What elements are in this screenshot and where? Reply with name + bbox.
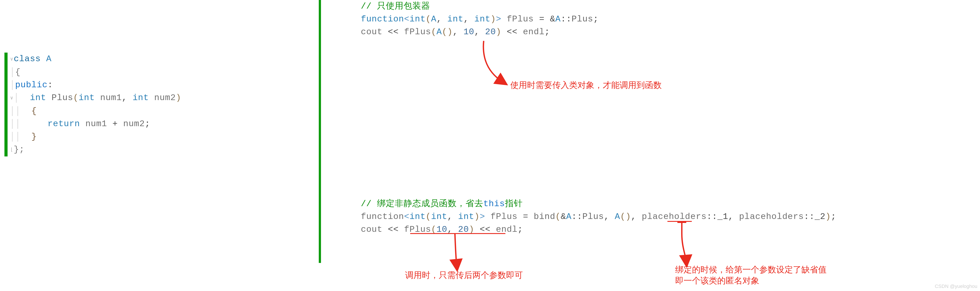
- left-green-bar: [5, 52, 8, 157]
- spacer: [361, 38, 836, 198]
- left-code-panel: ∨class A │{ │public: ∨│ int Plus(int num…: [5, 52, 181, 157]
- method-name: Plus: [52, 93, 73, 103]
- open-brace-line: │{: [10, 66, 181, 79]
- annotation-bind-default-l1: 绑定的时候，给第一个参数设定了缺省值: [675, 264, 827, 275]
- public-line: │public:: [10, 79, 181, 92]
- right-code: // 只使用包装器 function<int(A, int, int)> fPl…: [361, 0, 836, 236]
- left-code: ∨class A │{ │public: ∨│ int Plus(int num…: [8, 52, 181, 157]
- arrow-from-bind-aobj: [673, 220, 708, 265]
- fold-end-icon: ⌊: [10, 144, 14, 157]
- function-wrapper-decl: function<int(A, int, int)> fPlus = &A::P…: [361, 13, 836, 25]
- canvas: ∨class A │{ │public: ∨│ int Plus(int num…: [0, 0, 980, 291]
- arrow-from-aobj: [476, 39, 516, 92]
- cout-bind-call: cout << fPlus(10, 20) << endl;: [361, 223, 836, 236]
- class-decl-line: ∨class A: [10, 52, 181, 66]
- class-name: A: [46, 54, 51, 64]
- comment-bind-nonstatic: // 绑定非静态成员函数，省去this指针: [361, 198, 836, 210]
- annotation-pass-object: 使用时需要传入类对象，才能调用到函数: [510, 79, 662, 90]
- return-line: ││ return num1 + num2;: [10, 117, 181, 130]
- kw-class: class: [14, 54, 41, 64]
- annotation-call-two-args: 调用时，只需传后两个参数即可: [405, 270, 523, 281]
- fold-icon[interactable]: ∨: [10, 53, 14, 66]
- right-code-panel: // 只使用包装器 function<int(A, int, int)> fPl…: [319, 0, 980, 265]
- class-close-brace: ⌊};: [10, 143, 181, 157]
- watermark: CSDN @yueloghou: [935, 283, 977, 289]
- annotation-bind-default-l2: 即一个该类的匿名对象: [675, 275, 759, 286]
- right-green-bar: [319, 0, 321, 263]
- bind-decl-line: function<int(int, int)> fPlus = bind(&A:…: [361, 210, 836, 223]
- kw-public: public: [15, 80, 48, 90]
- fold-icon[interactable]: ∨: [10, 92, 14, 105]
- comment-wrapper-only: // 只使用包装器: [361, 0, 836, 13]
- cout-wrapper-call: cout << fPlus(A(), 10, 20) << endl;: [361, 25, 836, 38]
- method-close-brace: ││ }: [10, 130, 181, 143]
- method-decl-line: ∨│ int Plus(int num1, int num2): [10, 92, 181, 105]
- kw-return: return: [48, 119, 80, 129]
- method-open-brace: ││ {: [10, 105, 181, 117]
- arrow-from-call: [446, 232, 477, 269]
